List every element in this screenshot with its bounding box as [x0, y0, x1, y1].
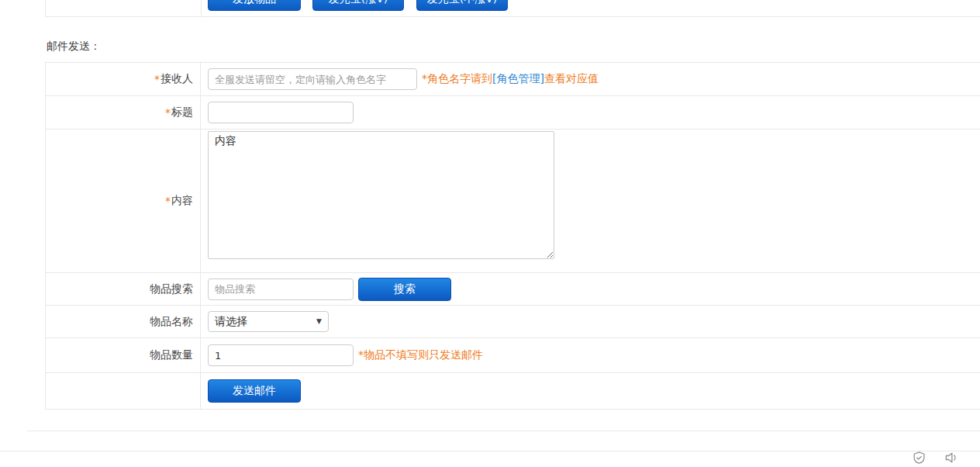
search-button[interactable]: 搜索: [358, 278, 451, 301]
send-mail-button[interactable]: 发送邮件: [208, 379, 301, 403]
item-count-label: 物品数量: [46, 338, 201, 372]
item-count-input[interactable]: [208, 344, 354, 366]
dropdown-arrow-icon: ▼: [316, 318, 322, 325]
title-input[interactable]: [208, 102, 354, 123]
title-label: * 标题: [46, 96, 201, 129]
receiver-row: * 接收人 *角色名字请到[角色管理]查看对应值: [46, 63, 980, 96]
receiver-label-text: 接收人: [160, 72, 193, 86]
submit-row: 发送邮件: [46, 373, 980, 410]
content-label-text: 内容: [171, 194, 193, 208]
footer-top-border: [0, 451, 980, 451]
title-row: * 标题: [46, 96, 980, 130]
submit-spacer: [46, 373, 201, 409]
role-manage-link[interactable]: [角色管理]: [492, 72, 544, 85]
page: 发放物品 发元宝(涨V) 发元宝(不涨V) 邮件发送： * 接收人 *角色名字请…: [0, 0, 980, 467]
grant-item-button[interactable]: 发放物品: [208, 0, 301, 11]
required-mark: *: [165, 195, 171, 207]
hint-suffix: 查看对应值: [544, 72, 599, 85]
mail-form: * 接收人 *角色名字请到[角色管理]查看对应值 * 标题 *: [45, 62, 980, 410]
hint-prefix: *角色名字请到: [422, 72, 492, 85]
item-count-label-text: 物品数量: [150, 348, 193, 362]
item-search-row: 物品搜索 搜索: [46, 273, 980, 306]
receiver-label: * 接收人: [46, 63, 201, 95]
content-textarea[interactable]: 内容: [208, 131, 554, 259]
required-mark: *: [154, 73, 160, 85]
grant-gold-vip-button[interactable]: 发元宝(涨V): [312, 0, 404, 11]
item-name-select[interactable]: 请选择 ▼: [208, 311, 329, 332]
item-name-row: 物品名称 请选择 ▼: [46, 306, 980, 338]
grant-gold-novip-button[interactable]: 发元宝(不涨V): [416, 0, 508, 11]
receiver-hint: *角色名字请到[角色管理]查看对应值: [422, 72, 599, 86]
shield-check-icon[interactable]: [912, 450, 927, 465]
item-name-label: 物品名称: [46, 306, 201, 337]
item-search-label-text: 物品搜索: [150, 282, 193, 296]
item-search-input[interactable]: [208, 278, 354, 300]
content-bottom-border: [27, 431, 980, 431]
item-count-row: 物品数量 *物品不填写则只发送邮件: [46, 338, 980, 373]
receiver-input[interactable]: [208, 68, 417, 90]
section-title: 邮件发送：: [47, 40, 101, 54]
top-actions-row: [45, 0, 980, 17]
item-search-label: 物品搜索: [46, 273, 201, 305]
item-name-label-text: 物品名称: [150, 315, 193, 329]
title-label-text: 标题: [171, 106, 193, 119]
speaker-icon[interactable]: [943, 450, 960, 465]
content-row: * 内容 内容: [46, 130, 980, 273]
item-count-hint: *物品不填写则只发送邮件: [358, 348, 483, 362]
selected-option: 请选择: [215, 315, 247, 329]
column-divider: [201, 0, 202, 16]
required-mark: *: [165, 106, 171, 119]
content-label: * 内容: [46, 130, 201, 272]
